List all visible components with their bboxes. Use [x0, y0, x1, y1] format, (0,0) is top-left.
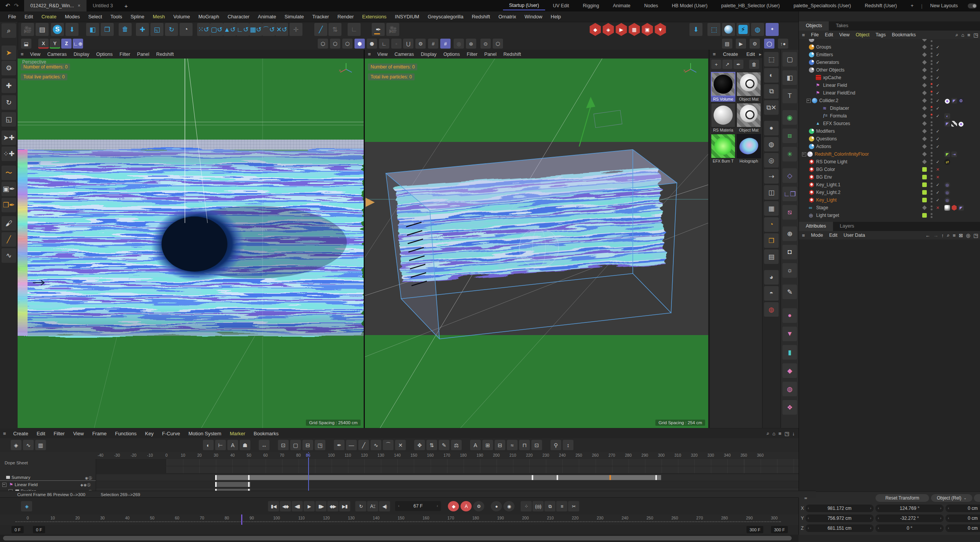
axis-cube-icon[interactable]: ∟❒ — [782, 187, 797, 201]
new-layouts-button[interactable]: New Layouts — [924, 2, 964, 10]
render-view-icon[interactable]: 🎥 — [21, 23, 34, 36]
pen-rect-icon[interactable]: ▣✒ — [2, 182, 16, 196]
visibility-dots[interactable] — [931, 137, 933, 142]
back-icon[interactable]: ← — [925, 233, 930, 238]
material-efx-burn[interactable]: EFX Burn T — [711, 134, 735, 164]
pen-spline-icon[interactable]: 〜 — [2, 166, 16, 180]
volume-icon[interactable]: ◀) — [379, 501, 390, 511]
light-bulb-icon[interactable]: ☼ — [782, 263, 797, 278]
grid-spline-icon[interactable]: ▤ — [764, 249, 779, 264]
particle-plus-icon[interactable]: ✛ — [289, 23, 302, 36]
enable-check[interactable]: ✓ — [936, 106, 939, 111]
menu-item[interactable]: Redshift — [467, 12, 494, 21]
layer-toggle[interactable] — [922, 152, 927, 156]
enable-check[interactable]: ✓ — [936, 98, 939, 103]
magnet-icon[interactable]: ⋃ — [403, 39, 413, 49]
visibility-dots[interactable] — [931, 152, 933, 157]
red-ball-icon[interactable]: ◍ — [764, 302, 779, 317]
redo-icon[interactable]: ↷ — [14, 2, 19, 9]
grid-points-icon[interactable]: ▦ — [764, 201, 779, 216]
texture-tag-icon[interactable]: ❂ — [958, 98, 964, 104]
point-slide-icon[interactable]: ⇢ — [764, 169, 779, 184]
layout-toggle[interactable] — [968, 3, 977, 8]
capsule-person-icon[interactable]: ◯ — [764, 39, 774, 49]
layout-tab[interactable]: Startup (User) — [503, 1, 546, 10]
selection-square-icon[interactable]: ⬚ — [707, 23, 720, 36]
close-icon[interactable]: × — [78, 3, 80, 8]
layout-tab[interactable]: palette_HB_Selector (User) — [715, 2, 786, 10]
hamburger-icon[interactable]: ≡ — [21, 51, 24, 57]
home-icon[interactable]: ⌂ — [961, 32, 964, 38]
bend-grid-icon[interactable]: ◫ — [764, 185, 779, 200]
material-holograph[interactable]: Holograph — [737, 134, 761, 164]
disable-x[interactable]: ✕ — [936, 167, 939, 172]
hamburger-icon[interactable]: ≡ — [3, 431, 6, 436]
viewport-menu-item[interactable]: Filter — [116, 51, 134, 58]
falloff-tag-icon[interactable]: ◐ — [944, 113, 950, 119]
range-start-field[interactable]: 0 F — [11, 526, 24, 533]
objects-menu-item[interactable]: File — [808, 31, 822, 38]
layer-toggle[interactable] — [922, 129, 927, 133]
timeline-menu-item[interactable]: Edit — [33, 429, 49, 438]
pos-x-field[interactable]: ‹981.172 cm› — [805, 505, 874, 512]
flag-tag-icon[interactable]: ◤ — [944, 121, 950, 127]
timeline-tracks[interactable]: Dope Sheet Summary ◉Ⓢ ⚑Linear Field ◆◉Ⓢ … — [0, 459, 799, 491]
cube-primitive-icon[interactable]: ◧ — [782, 70, 797, 85]
visibility-dots[interactable] — [931, 175, 933, 180]
xparticles-box-icon[interactable]: ▣ — [641, 23, 654, 36]
sim-capsule-icon[interactable]: ▮ — [782, 345, 797, 360]
viewport-menu-item[interactable]: Cameras — [44, 51, 70, 58]
track-summary[interactable] — [96, 474, 799, 481]
burn-tag-icon[interactable] — [958, 121, 964, 127]
enable-square[interactable] — [922, 190, 927, 195]
save-icon[interactable]: S — [51, 23, 64, 36]
model-mode-icon[interactable]: ⬢ — [354, 39, 365, 49]
field-planes-icon[interactable]: ⧅ — [782, 205, 797, 220]
extrude-slabs-icon[interactable]: ⧉ — [764, 84, 779, 99]
track-icons[interactable]: ◆◉Ⓢ — [80, 483, 91, 488]
enable-square[interactable] — [922, 182, 927, 187]
xparticles-drop-icon[interactable]: ▼ — [654, 23, 667, 36]
sim-cone-icon[interactable]: ▼ — [782, 327, 797, 341]
scale-key-icon[interactable]: ⚖ — [451, 440, 462, 450]
doc-tab-active[interactable]: 012422_R&D_Win... × — [24, 0, 87, 11]
dynamics-icon[interactable]: ⚡ — [737, 23, 750, 36]
keyframe[interactable] — [655, 475, 657, 480]
tree-row-bg-color[interactable]: BG Color ✕ — [799, 166, 980, 173]
tree-row-stage[interactable]: ∞ Stage ✕ ◤ — [799, 204, 980, 212]
autokey-icon[interactable]: A — [461, 501, 472, 511]
render-settings-icon[interactable]: ▤ — [36, 23, 49, 36]
scale-tool-icon[interactable]: ◱ — [2, 112, 16, 127]
enable-check[interactable]: ✓ — [936, 190, 939, 195]
sphere-knife-icon[interactable]: ◐ — [764, 68, 779, 83]
menu-item[interactable]: Render — [333, 12, 358, 21]
visibility-dots[interactable] — [931, 98, 933, 103]
live-selection-icon[interactable]: ➤ — [2, 46, 16, 60]
menu-item[interactable]: Animate — [254, 12, 281, 21]
menu-item[interactable]: Window — [520, 12, 546, 21]
material-rs-volume[interactable]: RS Volume — [711, 72, 735, 102]
lock-icon[interactable]: ⊠ — [959, 233, 963, 238]
multi-transform-icon[interactable]: ⁘✚ — [2, 146, 16, 161]
timeline-menu-item[interactable]: Functions — [111, 429, 140, 438]
spline-rect-icon[interactable]: ▢ — [782, 52, 797, 67]
delete-icon[interactable]: 🗑 — [119, 23, 132, 36]
viewport-menu-item[interactable]: Redshift — [500, 51, 524, 58]
layers-stack-icon[interactable]: ≡ — [556, 501, 567, 511]
sim-drop2-icon[interactable]: ❖ — [782, 400, 797, 415]
rotate-arc-icon[interactable]: ◔ — [180, 23, 193, 36]
line-a-icon[interactable]: ― — [346, 440, 357, 450]
visibility-dots[interactable] — [931, 129, 933, 134]
viewport-menu-item[interactable]: Options — [93, 51, 116, 58]
layer-toggle[interactable] — [922, 114, 927, 118]
enable-check[interactable]: ✓ — [936, 75, 939, 80]
timeline-menu-item[interactable]: Create — [9, 429, 33, 438]
keyframe-selected[interactable] — [609, 475, 611, 480]
attributes-menu-item[interactable]: User Data — [840, 232, 868, 239]
tree-row-light-target[interactable]: ◎ Light target — [799, 212, 980, 219]
cube-icon[interactable]: ◧ — [86, 23, 99, 36]
reset-transform-button[interactable]: Reset Transform — [875, 494, 929, 502]
expand-panel-icon[interactable]: ◳ — [784, 431, 789, 436]
material-object-mat-1[interactable]: Object Mat — [737, 72, 761, 102]
search-icon[interactable]: ⌕ — [947, 232, 950, 238]
